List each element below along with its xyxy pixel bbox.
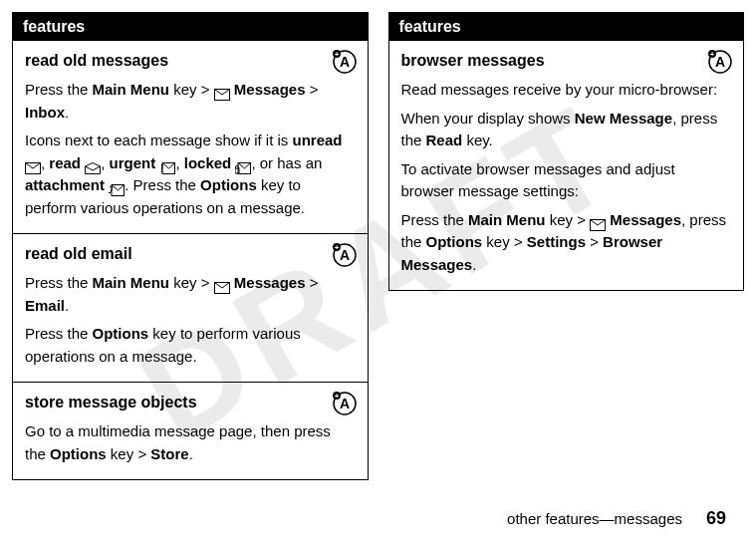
paragraph: Press the Options key to perform various… <box>25 323 356 368</box>
svg-text:A: A <box>339 247 349 263</box>
section-title: browser messages <box>401 49 732 73</box>
right-header: features <box>389 13 744 41</box>
paragraph: Read messages receive by your micro-brow… <box>401 79 732 102</box>
footer-text: other features—messages <box>507 510 682 527</box>
envelope-icon <box>214 278 230 290</box>
feature-badge-icon: A+ <box>707 49 733 75</box>
svg-text:+: + <box>710 50 715 59</box>
left-header: features <box>13 13 368 41</box>
paragraph: When your display shows New Message, pre… <box>401 108 732 152</box>
paragraph: Press the Main Menu key > Messages > Ema… <box>25 272 356 317</box>
envelope-icon <box>214 85 230 97</box>
locked-icon <box>235 158 251 170</box>
page-footer: other features—messages 69 <box>507 508 726 529</box>
content-columns: features A+ read old messages Press the … <box>12 12 744 480</box>
left-column: features A+ read old messages Press the … <box>12 12 369 480</box>
svg-text:+: + <box>334 50 339 59</box>
svg-text:A: A <box>339 396 349 411</box>
feature-badge-icon: A+ <box>332 49 358 75</box>
envelope-icon <box>590 215 606 227</box>
feature-badge-icon: A+ <box>332 391 358 416</box>
page-number: 69 <box>706 508 726 529</box>
section-title: store message objects <box>25 391 356 414</box>
attachment-icon <box>109 180 125 192</box>
read-icon <box>85 158 101 170</box>
section-title: read old messages <box>25 49 356 73</box>
paragraph: Icons next to each message show if it is… <box>25 130 356 219</box>
section-title: read old email <box>25 242 356 266</box>
svg-text:+: + <box>334 243 339 252</box>
paragraph: Press the Main Menu key > Messages > Inb… <box>25 79 356 124</box>
paragraph: Go to a multimedia message page, then pr… <box>25 420 356 465</box>
section-store-message-objects: A+ store message objects Go to a multime… <box>13 383 368 479</box>
right-column: features A+ browser messages Read messag… <box>388 12 745 291</box>
paragraph: To activate browser messages and adjust … <box>401 158 732 203</box>
svg-text:+: + <box>334 392 339 401</box>
unread-icon <box>25 158 41 170</box>
section-read-old-email: A+ read old email Press the Main Menu ke… <box>13 234 368 383</box>
svg-text:!: ! <box>160 163 163 174</box>
feature-badge-icon: A+ <box>332 242 358 268</box>
section-browser-messages: A+ browser messages Read messages receiv… <box>389 41 744 290</box>
svg-text:A: A <box>715 54 725 70</box>
paragraph: Press the Main Menu key > Messages, pres… <box>401 209 732 277</box>
urgent-icon: ! <box>159 158 175 170</box>
svg-text:A: A <box>339 54 349 70</box>
section-read-old-messages: A+ read old messages Press the Main Menu… <box>13 41 368 234</box>
